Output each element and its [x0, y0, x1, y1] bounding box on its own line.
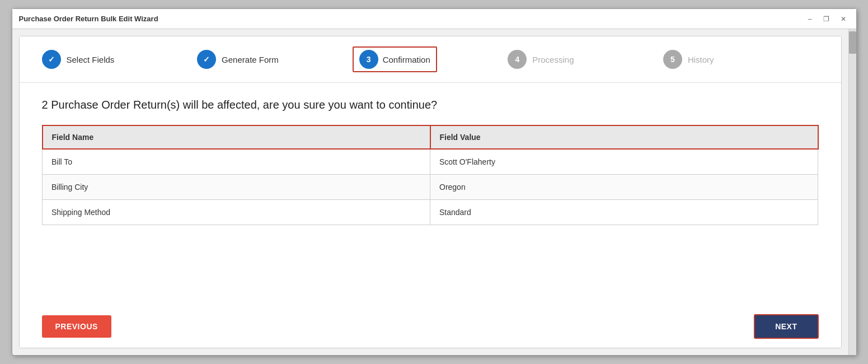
window-controls: – ❐ ✕ [805, 14, 850, 24]
step-label-history: History [688, 55, 714, 64]
step-num-4: 4 [515, 55, 519, 64]
table-row: Billing CityOregon [43, 175, 818, 200]
table-body: Bill ToScott O'FlahertyBilling CityOrego… [43, 149, 818, 225]
table-row: Bill ToScott O'Flaherty [43, 149, 818, 175]
step-circle-confirmation: 3 [359, 50, 378, 69]
step-processing: 4 Processing [508, 50, 663, 69]
cell-field-name: Bill To [43, 149, 430, 175]
step-label-generate-form: Generate Form [222, 55, 279, 64]
table-row: Shipping MethodStandard [43, 200, 818, 225]
next-button[interactable]: NEXT [754, 314, 818, 339]
footer-buttons: PREVIOUS NEXT [20, 305, 841, 348]
window-body: ✓ Select Fields ✓ Generate Form [19, 36, 842, 348]
step-select-fields: ✓ Select Fields [42, 50, 198, 69]
step-label-confirmation: Confirmation [383, 55, 430, 64]
step-num-5: 5 [670, 55, 675, 64]
step-label-select-fields: Select Fields [67, 55, 115, 64]
cell-field-name: Billing City [43, 175, 430, 200]
main-content: 2 Purchase Order Return(s) will be affec… [20, 83, 841, 305]
step-circle-generate-form: ✓ [197, 50, 216, 69]
window-title: Purchase Order Return Bulk Edit Wizard [19, 15, 158, 23]
step-check-2: ✓ [203, 55, 210, 64]
previous-button[interactable]: PREVIOUS [42, 315, 111, 338]
step-circle-select-fields: ✓ [42, 50, 61, 69]
data-table: Field Name Field Value Bill ToScott O'Fl… [42, 125, 819, 225]
title-bar: Purchase Order Return Bulk Edit Wizard –… [12, 9, 856, 29]
step-num-3: 3 [367, 55, 371, 64]
cell-field-value: Standard [430, 200, 818, 225]
step-circle-processing: 4 [508, 50, 527, 69]
step-generate-form: ✓ Generate Form [197, 50, 353, 69]
step-circle-history: 5 [663, 50, 682, 69]
step-confirmation: 3 Confirmation [353, 46, 508, 72]
vertical-scrollbar[interactable] [848, 29, 856, 355]
minimize-button[interactable]: – [805, 14, 815, 24]
cell-field-value: Scott O'Flaherty [430, 149, 818, 175]
close-button[interactable]: ✕ [837, 14, 850, 24]
confirmation-heading: 2 Purchase Order Return(s) will be affec… [42, 99, 819, 111]
step-check-1: ✓ [48, 55, 55, 64]
wizard-steps: ✓ Select Fields ✓ Generate Form [20, 36, 841, 83]
cell-field-value: Oregon [430, 175, 818, 200]
window-inner: ✓ Select Fields ✓ Generate Form [12, 29, 848, 355]
main-window: Purchase Order Return Bulk Edit Wizard –… [12, 8, 857, 356]
step-active-border: 3 Confirmation [353, 46, 437, 72]
step-label-processing: Processing [532, 55, 574, 64]
table-header-row: Field Name Field Value [43, 125, 818, 149]
scrollbar-thumb[interactable] [849, 31, 856, 54]
cell-field-name: Shipping Method [43, 200, 430, 225]
step-history: 5 History [663, 50, 819, 69]
column-header-field-value: Field Value [430, 125, 818, 149]
window-outer: ✓ Select Fields ✓ Generate Form [12, 29, 856, 355]
restore-button[interactable]: ❐ [820, 14, 833, 24]
column-header-field-name: Field Name [43, 125, 430, 149]
